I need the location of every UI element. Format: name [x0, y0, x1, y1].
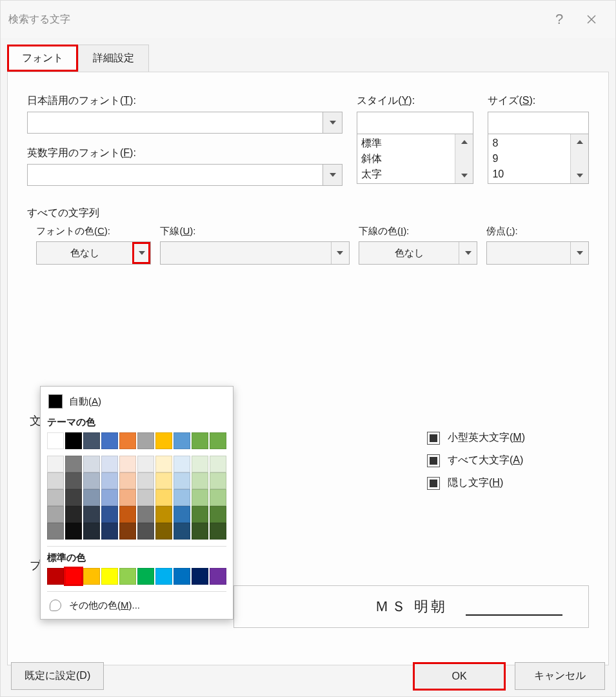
- color-swatch[interactable]: [174, 432, 190, 449]
- ok-button[interactable]: OK: [414, 663, 504, 689]
- color-swatch[interactable]: [47, 472, 64, 489]
- color-swatch[interactable]: [174, 472, 190, 489]
- dropdown-caret[interactable]: [459, 242, 477, 264]
- color-swatch[interactable]: [174, 489, 190, 506]
- color-swatch[interactable]: [192, 523, 208, 540]
- color-swatch[interactable]: [65, 472, 82, 489]
- checkbox-all-caps[interactable]: すべて大文字(A): [427, 454, 525, 467]
- color-swatch[interactable]: [101, 506, 118, 523]
- color-swatch[interactable]: [83, 472, 100, 489]
- color-swatch[interactable]: [137, 568, 154, 585]
- style-input[interactable]: [357, 112, 473, 134]
- color-swatch[interactable]: [174, 506, 190, 523]
- color-swatch[interactable]: [101, 456, 118, 472]
- font-color-dropdown[interactable]: 色なし: [36, 241, 151, 265]
- color-swatch[interactable]: [210, 472, 226, 489]
- color-swatch[interactable]: [192, 456, 208, 472]
- size-option[interactable]: 8: [492, 136, 566, 151]
- color-swatch[interactable]: [83, 456, 100, 472]
- color-swatch[interactable]: [210, 489, 226, 506]
- scroll-down-button[interactable]: [571, 168, 588, 183]
- scroll-down-button[interactable]: [455, 168, 473, 183]
- color-swatch[interactable]: [65, 506, 82, 523]
- color-swatch[interactable]: [47, 456, 64, 472]
- color-swatch[interactable]: [174, 456, 190, 472]
- color-swatch[interactable]: [65, 456, 82, 472]
- style-listbox[interactable]: 標準 斜体 太字: [357, 134, 473, 184]
- color-swatch[interactable]: [47, 506, 64, 523]
- color-swatch[interactable]: [47, 489, 64, 506]
- jp-font-combo[interactable]: [27, 112, 343, 134]
- color-swatch[interactable]: [101, 472, 118, 489]
- color-swatch[interactable]: [210, 506, 226, 523]
- color-swatch[interactable]: [137, 472, 154, 489]
- color-swatch[interactable]: [83, 523, 100, 540]
- color-swatch[interactable]: [155, 489, 172, 506]
- color-swatch[interactable]: [119, 523, 136, 540]
- size-option[interactable]: 10: [492, 167, 566, 182]
- color-swatch[interactable]: [137, 456, 154, 472]
- color-swatch[interactable]: [192, 472, 208, 489]
- color-swatch[interactable]: [47, 568, 64, 585]
- font-color-dropdown-caret[interactable]: [132, 242, 150, 264]
- checkbox-small-caps[interactable]: 小型英大文字(M): [427, 431, 525, 445]
- dropdown-caret[interactable]: [570, 242, 588, 264]
- color-swatch[interactable]: [174, 568, 190, 585]
- color-swatch[interactable]: [119, 506, 136, 523]
- color-auto[interactable]: 自動(A): [47, 392, 226, 411]
- cancel-button[interactable]: キャンセル: [515, 662, 605, 690]
- color-swatch[interactable]: [119, 568, 136, 585]
- dropdown-caret[interactable]: [331, 242, 349, 264]
- color-swatch[interactable]: [65, 523, 82, 540]
- color-swatch[interactable]: [83, 568, 100, 585]
- emphasis-dropdown[interactable]: [486, 241, 589, 265]
- color-swatch[interactable]: [210, 523, 226, 540]
- color-swatch[interactable]: [137, 506, 154, 523]
- color-swatch[interactable]: [174, 523, 190, 540]
- set-default-button[interactable]: 既定に設定(D): [11, 662, 104, 690]
- color-swatch[interactable]: [155, 432, 172, 449]
- more-colors[interactable]: その他の色(M)...: [47, 596, 226, 615]
- color-swatch[interactable]: [83, 432, 100, 449]
- tab-advanced[interactable]: 詳細設定: [78, 45, 149, 72]
- color-swatch[interactable]: [192, 568, 208, 585]
- color-swatch[interactable]: [101, 489, 118, 506]
- size-input[interactable]: [488, 112, 589, 134]
- color-swatch[interactable]: [155, 568, 172, 585]
- jp-font-dropdown-button[interactable]: [323, 112, 342, 133]
- color-swatch[interactable]: [119, 456, 136, 472]
- underline-color-dropdown[interactable]: 色なし: [359, 241, 477, 265]
- color-swatch[interactable]: [137, 489, 154, 506]
- color-swatch[interactable]: [47, 432, 64, 449]
- scrollbar[interactable]: [570, 134, 588, 183]
- scroll-up-button[interactable]: [455, 134, 473, 150]
- color-swatch[interactable]: [65, 568, 82, 585]
- color-swatch[interactable]: [192, 432, 208, 449]
- color-swatch[interactable]: [47, 523, 64, 540]
- color-swatch[interactable]: [119, 432, 136, 449]
- en-font-dropdown-button[interactable]: [323, 165, 342, 185]
- size-option[interactable]: 9: [492, 151, 566, 167]
- color-swatch[interactable]: [137, 523, 154, 540]
- color-swatch[interactable]: [83, 489, 100, 506]
- help-button[interactable]: ?: [543, 6, 575, 32]
- color-swatch[interactable]: [155, 456, 172, 472]
- close-button[interactable]: [575, 6, 608, 32]
- color-swatch[interactable]: [137, 432, 154, 449]
- checkbox-hidden[interactable]: 隠し文字(H): [427, 476, 525, 490]
- scroll-up-button[interactable]: [571, 134, 588, 150]
- underline-dropdown[interactable]: [160, 241, 349, 265]
- color-swatch[interactable]: [192, 489, 208, 506]
- style-option[interactable]: 斜体: [361, 151, 451, 167]
- color-swatch[interactable]: [155, 523, 172, 540]
- color-swatch[interactable]: [65, 432, 82, 449]
- en-font-combo[interactable]: [27, 164, 343, 186]
- scrollbar[interactable]: [455, 134, 473, 183]
- size-listbox[interactable]: 8 9 10: [488, 134, 589, 184]
- color-swatch[interactable]: [210, 432, 226, 449]
- color-swatch[interactable]: [155, 472, 172, 489]
- color-swatch[interactable]: [210, 456, 226, 472]
- color-swatch[interactable]: [101, 523, 118, 540]
- color-swatch[interactable]: [119, 472, 136, 489]
- color-swatch[interactable]: [155, 506, 172, 523]
